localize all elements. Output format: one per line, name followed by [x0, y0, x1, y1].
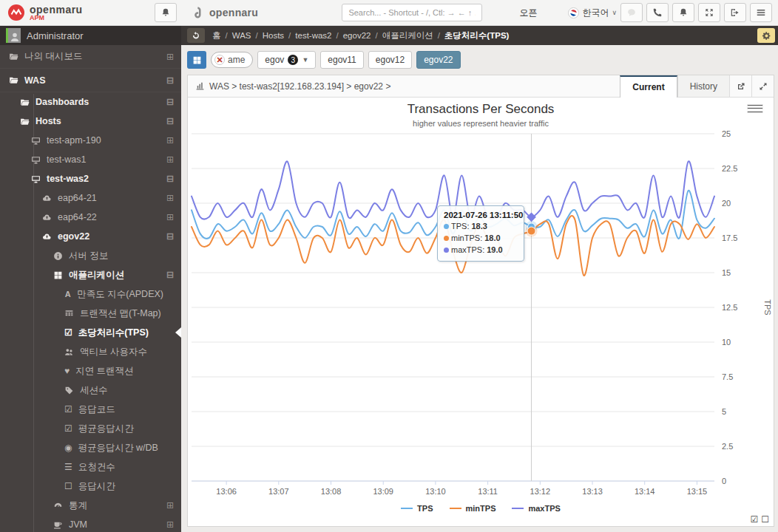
sidebar-item-eap64-22[interactable]: eap64-22⊞ [0, 208, 181, 227]
expand-icon[interactable]: ⊞ [166, 519, 174, 530]
sidebar-item-hosts[interactable]: Hosts⊟ [0, 112, 181, 131]
sidebar-item-response-code[interactable]: ☑응답코드 [0, 400, 181, 419]
phone-icon [652, 7, 663, 18]
filter-chip[interactable]: ✕ ame [211, 52, 253, 68]
expand-icon[interactable]: ⊞ [166, 135, 174, 146]
breadcrumb-item[interactable]: test-was2 [295, 31, 331, 40]
sidebar-item-jvm[interactable]: JVM⊞ [0, 515, 181, 532]
breadcrumb-item[interactable]: 홈 [212, 30, 221, 41]
sidebar-item-apdex[interactable]: A만족도 지수(APDEX) [0, 284, 181, 304]
brand-sub: APM [30, 15, 83, 21]
folder-icon [20, 117, 30, 126]
collapse-icon[interactable]: ⊟ [166, 116, 174, 126]
expand-icon[interactable]: ⊞ [166, 212, 174, 222]
sidebar-item-label: test-was2 [47, 174, 89, 184]
list-icon: ☰ [64, 463, 72, 471]
sidebar-item-dashboards[interactable]: Dashboards⊟ [0, 92, 181, 112]
refresh-button[interactable] [187, 28, 205, 43]
legend-item-TPS[interactable]: TPS [401, 504, 433, 513]
sidebar-item-application[interactable]: 애플리케이션⊟ [0, 265, 181, 284]
sidebar-item-test-was1[interactable]: test-was1⊞ [0, 150, 181, 169]
sidebar-item-label: 서버 정보 [69, 250, 108, 262]
legend-dash-icon [512, 508, 524, 509]
table-icon [64, 309, 74, 318]
sidebar-item-delayed-tx[interactable]: ♥지연 트랜잭션 [0, 361, 181, 381]
legend-dash-icon [401, 508, 413, 509]
instance-button-egov12[interactable]: egov12 [368, 51, 412, 69]
caret-down-icon: ▼ [302, 56, 308, 64]
checked-box-icon[interactable]: ☑ [750, 514, 758, 525]
sidebar-item-label: 초당처리수(TPS) [78, 327, 149, 339]
legend-item-maxTPS[interactable]: maxTPS [512, 504, 560, 513]
monitor-icon [31, 174, 41, 184]
collapse-icon[interactable]: ⊟ [166, 270, 174, 280]
close-icon[interactable]: ✕ [214, 55, 225, 65]
expand-arrows-icon [704, 7, 714, 18]
fullscreen-button[interactable] [698, 3, 720, 22]
sidebar-item-request-count[interactable]: ☰요청건수 [0, 457, 181, 477]
legend-label: maxTPS [528, 504, 560, 513]
sidebar-item-response-time[interactable]: ☐응답시간 [0, 477, 181, 496]
language-label: 한국어 [582, 7, 609, 19]
grid-icon [192, 55, 202, 65]
phone-button[interactable] [646, 3, 669, 22]
chat-button[interactable] [620, 3, 643, 22]
collapse-icon[interactable]: ⊟ [166, 97, 174, 107]
breadcrumb-item[interactable]: Hosts [263, 31, 284, 40]
unchecked-box-icon[interactable]: ☐ [761, 514, 769, 525]
resize-button[interactable] [751, 75, 774, 97]
expand-icon[interactable]: ⊞ [166, 52, 174, 62]
breadcrumb-item[interactable]: WAS [232, 31, 251, 40]
tab-current[interactable]: Current [620, 75, 677, 98]
expand-icon[interactable]: ⊞ [166, 154, 174, 165]
sidebar-item-tps[interactable]: ☑초당처리수(TPS) [0, 323, 181, 342]
sidebar-item-server-info[interactable]: 서버 정보 [0, 246, 181, 265]
sidebar-item-egov22[interactable]: egov22⊟ [0, 227, 181, 246]
notifications-button[interactable] [155, 3, 177, 22]
sidebar-item-my-dashboard[interactable]: 나의 대시보드⊞ [0, 45, 181, 69]
tooltip-row: maxTPS 19.0 [444, 245, 518, 256]
sidebar-item-label: WAS [24, 75, 45, 86]
collapse-icon[interactable]: ⊟ [166, 231, 174, 242]
expand-icon[interactable]: ⊞ [166, 500, 174, 511]
collapse-icon[interactable]: ⊟ [166, 75, 174, 86]
layout-grid-button[interactable] [187, 51, 206, 69]
sidebar-item-avg-response-db[interactable]: ◉평균응답시간 w/DB [0, 438, 181, 457]
sidebar-item-was[interactable]: WAS⊟ [0, 69, 181, 92]
avatar [6, 28, 21, 43]
sidebar-item-sessions[interactable]: 세션수 [0, 381, 181, 400]
sidebar-item-test-apm-190[interactable]: test-apm-190⊞ [0, 131, 181, 150]
sidebar-item-eap64-21[interactable]: eap64-21⊞ [0, 188, 181, 208]
collapse-icon[interactable]: ⊟ [166, 174, 174, 184]
check-square-icon: ☑ [64, 405, 72, 414]
instance-button-egov22[interactable]: egov22 [416, 51, 460, 69]
breadcrumb-item[interactable]: 애플리케이션 [382, 30, 433, 41]
logout-button[interactable] [724, 3, 746, 22]
group-dropdown-button[interactable]: egov 3 ▼ [257, 51, 316, 69]
tab-history[interactable]: History [677, 75, 729, 97]
menu-button[interactable] [750, 3, 772, 22]
sidebar-item-test-was2[interactable]: test-was2⊟ [0, 169, 181, 188]
alerts-button[interactable] [672, 3, 694, 22]
search-input[interactable] [342, 4, 482, 21]
open-external-button[interactable] [729, 75, 751, 97]
sidebar-item-avg-response[interactable]: ☑평균응답시간 [0, 419, 181, 438]
legend-item-minTPS[interactable]: minTPS [450, 504, 496, 513]
expand-icon[interactable]: ⊞ [166, 193, 174, 203]
breadcrumb-item[interactable]: 초당처리수(TPS) [444, 30, 510, 41]
sidebar-item-tmap[interactable]: 트랜잭션 맵(T-Map) [0, 304, 181, 323]
sidebar-item-statistics[interactable]: 통계⊞ [0, 496, 181, 515]
legend-label: TPS [417, 504, 433, 513]
svg-text:13:10: 13:10 [425, 487, 446, 496]
language-selector[interactable]: 한국어 ∨ [568, 7, 617, 19]
sidebar-item-label: Dashboards [35, 97, 89, 107]
tooltip-row: minTPS 18.0 [444, 233, 518, 245]
refresh-icon [192, 31, 200, 40]
breadcrumb-item[interactable]: egov22 [343, 31, 371, 40]
sidebar-item-active-users[interactable]: 액티브 사용자수 [0, 342, 181, 361]
sidebar-item-label: egov22 [58, 231, 89, 242]
instance-button-egov11[interactable]: egov11 [320, 51, 363, 69]
breadcrumb-bar: 홈/WAS/Hosts/test-was2/egov22/애플리케이션/초당처리… [181, 26, 778, 45]
grid-icon [53, 270, 63, 280]
settings-button[interactable] [757, 28, 775, 43]
